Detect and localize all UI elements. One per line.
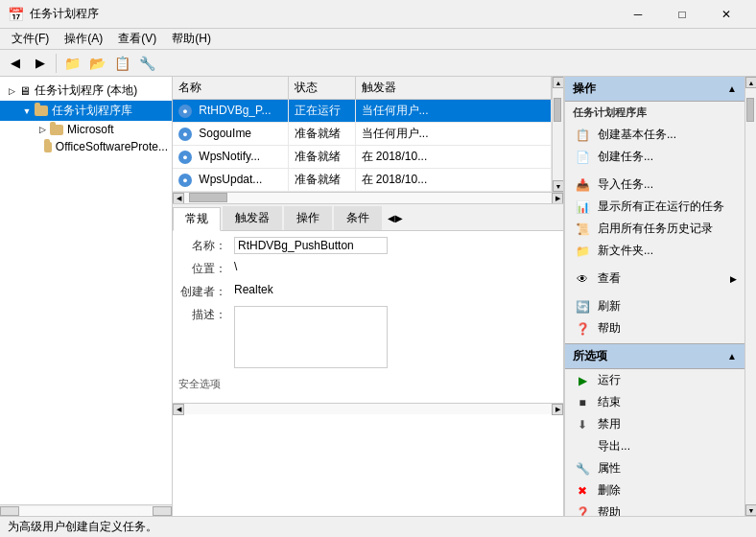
tab-more-right[interactable]: ▶	[395, 213, 403, 223]
table-scroll-thumb[interactable]	[554, 98, 561, 122]
tab-general[interactable]: 常规	[173, 207, 221, 231]
action-enable-history-label: 启用所有任务历史记录	[598, 221, 713, 237]
close-button[interactable]: ✕	[704, 0, 748, 29]
help-toolbar-button[interactable]: 🔧	[135, 52, 158, 75]
task-name-1: ● SogouIme	[173, 123, 288, 146]
import-icon: 📥	[573, 177, 592, 193]
detail-desc-textarea[interactable]	[234, 306, 388, 368]
tree-office[interactable]: OfficeSoftwareProte...	[0, 138, 172, 155]
tree-scroll-left[interactable]	[0, 506, 19, 516]
action-enable-history[interactable]: 📜 启用所有任务历史记录	[565, 218, 744, 240]
table-row[interactable]: ● WpsUpdat... 准备就绪 在 2018/10...	[173, 169, 552, 192]
action-new-folder[interactable]: 📁 新文件夹...	[565, 240, 744, 262]
actions-main-header: 操作 ▲	[565, 77, 744, 102]
detail-desc-value	[234, 306, 557, 371]
action-help-main-label: 帮助	[598, 320, 621, 337]
actions-selected-header-text: 所选项	[573, 348, 607, 364]
table-htrack	[184, 193, 552, 203]
minimize-button[interactable]: ─	[616, 0, 660, 29]
table-hthumb[interactable]	[189, 193, 227, 202]
task-icon-0: ●	[178, 105, 192, 118]
view-icon: 👁	[573, 271, 592, 287]
action-properties-label: 属性	[598, 460, 621, 477]
table-scroll-left[interactable]: ◀	[173, 193, 184, 203]
title-bar: 📅 任务计划程序 ─ □ ✕	[0, 0, 756, 29]
actions-library-label: 任务计划程序库	[565, 102, 744, 124]
col-name: 名称	[173, 77, 288, 100]
detail-author-value: Realtek	[234, 283, 557, 296]
menu-file[interactable]: 文件(F)	[4, 29, 57, 50]
detail-location-row: 位置： \	[178, 260, 557, 277]
properties-action-icon: 🔧	[573, 461, 592, 477]
table-row[interactable]: ● RtHDVBg_P... 正在运行 当任何用户...	[173, 100, 552, 123]
new-folder-button[interactable]: 📂	[85, 52, 108, 75]
detail-desc-row: 描述：	[178, 306, 557, 371]
new-folder-icon: 📁	[573, 244, 592, 259]
detail-name-row: 名称：	[178, 237, 557, 254]
action-create-basic-label: 创建基本任务...	[598, 127, 676, 143]
tab-actions[interactable]: 操作	[284, 206, 332, 230]
tab-triggers[interactable]: 触发器	[223, 206, 282, 230]
menu-view[interactable]: 查看(V)	[110, 29, 164, 50]
left-panel: ▷ 🖥 任务计划程序 (本地) ▼ 任务计划程序库 ▷ Microsoft Of…	[0, 77, 173, 516]
actions-main-header-text: 操作	[573, 81, 596, 97]
toolbar-separator-1	[56, 54, 57, 73]
office-expand-icon	[35, 142, 44, 152]
action-delete[interactable]: ✖ 删除	[565, 479, 744, 502]
action-help-selected[interactable]: ❓ 帮助	[565, 502, 744, 516]
detail-author-text: Realtek	[234, 283, 273, 296]
back-button[interactable]: ◀	[4, 52, 27, 75]
action-view[interactable]: 👁 查看 ▶	[565, 268, 744, 290]
folder-button[interactable]: 📁	[60, 52, 83, 75]
action-disable[interactable]: ⬇ 禁用	[565, 413, 744, 435]
task-status-1: 准备就绪	[288, 123, 355, 146]
right-scroll-up[interactable]: ▲	[745, 77, 756, 88]
properties-button[interactable]: 📋	[110, 52, 133, 75]
detail-scroll-right[interactable]: ▶	[552, 404, 563, 415]
action-end[interactable]: ■ 结束	[565, 391, 744, 413]
detail-scroll-left[interactable]: ◀	[173, 404, 184, 415]
action-refresh[interactable]: 🔄 刷新	[565, 295, 744, 317]
action-import-label: 导入任务...	[598, 176, 653, 193]
action-help-main[interactable]: ❓ 帮助	[565, 317, 744, 339]
tree-library[interactable]: ▼ 任务计划程序库	[0, 101, 172, 121]
tab-conditions[interactable]: 条件	[334, 206, 382, 230]
action-run[interactable]: ▶ 运行	[565, 369, 744, 391]
tree-microsoft[interactable]: ▷ Microsoft	[0, 121, 172, 138]
menu-action[interactable]: 操作(A)	[57, 29, 110, 50]
actions-selected-collapse-icon[interactable]: ▲	[727, 351, 737, 362]
root-expand-icon: ▷	[4, 86, 19, 96]
tab-more-left[interactable]: ◀	[388, 213, 395, 223]
col-trigger: 触发器	[355, 77, 552, 100]
right-scroll-down[interactable]: ▼	[745, 504, 756, 516]
table-scroll-up[interactable]: ▲	[553, 77, 563, 88]
task-table: 名称 状态 触发器 ● RtHDVBg_P... 正	[173, 77, 552, 192]
table-scroll-right[interactable]: ▶	[552, 193, 563, 203]
main-content: ▷ 🖥 任务计划程序 (本地) ▼ 任务计划程序库 ▷ Microsoft Of…	[0, 77, 756, 516]
forward-button[interactable]: ▶	[29, 52, 52, 75]
action-properties[interactable]: 🔧 属性	[565, 457, 744, 479]
action-import[interactable]: 📥 导入任务...	[565, 174, 744, 196]
menu-help[interactable]: 帮助(H)	[164, 29, 219, 50]
action-create-task[interactable]: 📄 创建任务...	[565, 146, 744, 168]
right-scroll-track	[745, 88, 756, 504]
action-create-basic[interactable]: 📋 创建基本任务...	[565, 124, 744, 146]
task-status-2: 准备就绪	[288, 146, 355, 169]
actions-main-collapse-icon[interactable]: ▲	[727, 83, 737, 94]
tree-root[interactable]: ▷ 🖥 任务计划程序 (本地)	[0, 81, 172, 101]
tree-scroll-right[interactable]	[153, 506, 172, 516]
action-export[interactable]: 导出...	[565, 435, 744, 457]
export-icon	[573, 439, 592, 455]
table-hscrollbar: ◀ ▶	[173, 192, 563, 203]
tab-more-button[interactable]: ◀ ▶	[384, 206, 407, 230]
table-row[interactable]: ● SogouIme 准备就绪 当任何用户...	[173, 123, 552, 146]
toolbar: ◀ ▶ 📁 📂 📋 🔧	[0, 50, 756, 77]
create-task-icon: 📄	[573, 150, 592, 165]
detail-name-input[interactable]	[234, 237, 388, 254]
right-scroll-thumb[interactable]	[746, 98, 754, 122]
microsoft-folder-icon	[50, 125, 63, 135]
maximize-button[interactable]: □	[660, 0, 704, 29]
table-scroll-down[interactable]: ▼	[553, 180, 563, 192]
table-row[interactable]: ● WpsNotify... 准备就绪 在 2018/10...	[173, 146, 552, 169]
action-show-running[interactable]: 📊 显示所有正在运行的任务	[565, 196, 744, 218]
